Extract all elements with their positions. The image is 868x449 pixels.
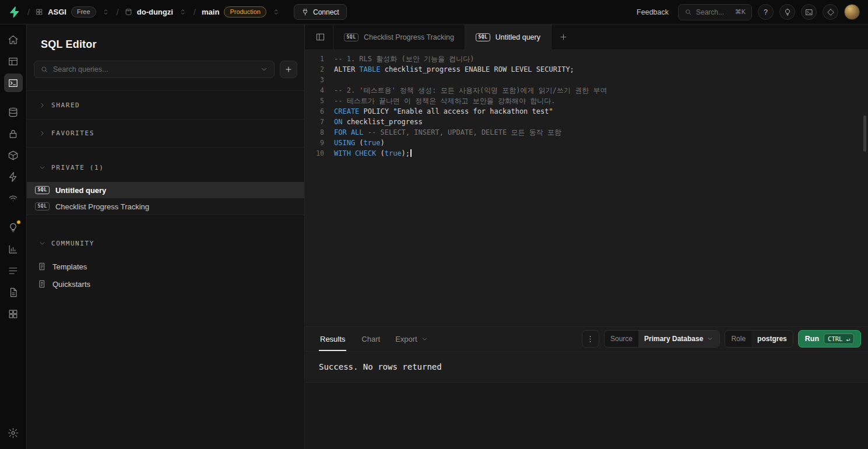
code-area: 1-- 1. RLS 활성화 (보안 기능을 켭니다)2ALTER TABLE … <box>305 54 868 159</box>
role-select[interactable]: postgres <box>751 331 793 347</box>
hints-button[interactable] <box>779 4 795 20</box>
section-favorites[interactable]: FAVORITES <box>27 119 304 148</box>
feedback-button[interactable]: Feedback <box>633 6 672 19</box>
connect-label: Connect <box>313 8 339 16</box>
tab-results[interactable]: Results <box>319 327 346 351</box>
edge-functions-icon <box>8 171 19 183</box>
editor-tab[interactable]: SQLChecklist Progress Tracking <box>333 24 465 50</box>
search-icon <box>40 65 48 73</box>
user-avatar[interactable] <box>844 4 860 20</box>
editor-tab[interactable]: SQLUntitled query <box>465 24 551 50</box>
breadcrumb-separator: / <box>27 7 30 17</box>
home-logo-button[interactable] <box>8 6 20 18</box>
command-icon <box>827 8 835 16</box>
nav-home-button[interactable] <box>4 30 23 49</box>
project-switcher-button[interactable] <box>178 7 188 17</box>
section-label: PRIVATE (1) <box>51 164 104 171</box>
app-shell: SQL Editor Search queries... SHARED FAVO… <box>0 24 868 449</box>
source-control: Source Primary Database <box>604 330 720 348</box>
section-label: COMMUNITY <box>51 240 94 247</box>
code-line[interactable]: 9USING (true) <box>305 138 868 148</box>
code-line[interactable]: 1-- 1. RLS 활성화 (보안 기능을 켭니다) <box>305 54 868 64</box>
sql-editor-sidebar: SQL Editor Search queries... SHARED FAVO… <box>27 24 305 449</box>
command-menu-button[interactable] <box>823 4 838 20</box>
nav-rail <box>0 24 27 449</box>
nav-database-button[interactable] <box>4 103 23 121</box>
collapse-sidebar-button[interactable] <box>310 29 331 46</box>
code-line[interactable]: 10WITH CHECK (true); <box>305 148 868 159</box>
export-menu[interactable]: Export <box>395 327 428 351</box>
connect-button[interactable]: Connect <box>294 4 347 20</box>
results-menu-button[interactable] <box>582 330 599 348</box>
cli-button[interactable] <box>801 4 817 20</box>
new-query-button[interactable] <box>280 61 297 78</box>
search-icon <box>684 8 692 16</box>
run-shortcut-badge: CTRL ↵ <box>824 334 854 344</box>
query-search-input[interactable]: Search queries... <box>34 61 275 78</box>
tab-chart[interactable]: Chart <box>360 327 381 351</box>
line-number: 10 <box>305 148 334 159</box>
nav-logs-button[interactable] <box>4 261 23 280</box>
code-editor[interactable]: 1-- 1. RLS 활성화 (보안 기능을 켭니다)2ALTER TABLE … <box>305 50 868 326</box>
search-sort-icon[interactable] <box>260 65 268 73</box>
code-line[interactable]: 3 <box>305 75 868 85</box>
breadcrumb-branch[interactable]: main Production <box>202 6 266 18</box>
community-item[interactable]: Quickstarts <box>27 275 304 293</box>
code-line[interactable]: 6CREATE POLICY "Enable all access for ha… <box>305 106 868 117</box>
page-title: SQL Editor <box>27 24 304 51</box>
sql-file-badge: SQL <box>35 202 50 211</box>
section-shared[interactable]: SHARED <box>27 90 304 119</box>
nav-advisors-button[interactable] <box>4 218 23 237</box>
query-list-item[interactable]: SQLChecklist Progress Tracking <box>27 198 304 215</box>
code-line[interactable]: 4-- 2. '테스트용' 정책 생성: 모든 사용자(익명 포함)에게 읽기/… <box>305 85 868 96</box>
editor-tabbar: SQLChecklist Progress TrackingSQLUntitle… <box>305 24 868 50</box>
section-community[interactable]: COMMUNITY <box>27 229 304 258</box>
nav-reports-button[interactable] <box>4 240 23 258</box>
org-switcher-button[interactable] <box>101 7 111 17</box>
source-label: Source <box>605 331 638 347</box>
search-shortcut: ⌘K <box>735 8 746 16</box>
line-number: 7 <box>305 117 334 127</box>
sql-editor-icon <box>8 78 19 89</box>
global-search-input[interactable]: Search... ⌘K <box>678 4 752 20</box>
run-query-button[interactable]: Run CTRL ↵ <box>798 330 861 348</box>
nav-integrations-button[interactable] <box>4 304 23 323</box>
editor-scrollbar[interactable] <box>863 115 866 152</box>
branch-switcher-button[interactable] <box>271 7 281 17</box>
help-button[interactable]: ? <box>758 4 774 20</box>
nav-table-editor-button[interactable] <box>4 52 23 71</box>
project-name: do-dungzi <box>137 8 173 16</box>
code-line[interactable]: 2ALTER TABLE checklist_progress ENABLE R… <box>305 64 868 75</box>
topbar-actions: Feedback Search... ⌘K ? <box>633 4 860 20</box>
document-icon <box>37 279 47 289</box>
database-select[interactable]: Primary Database <box>638 331 719 347</box>
code-line[interactable]: 8FOR ALL -- SELECT, INSERT, UPDATE, DELE… <box>305 127 868 138</box>
section-private[interactable]: PRIVATE (1) <box>27 153 304 182</box>
nav-storage-button[interactable] <box>4 146 23 164</box>
line-number: 5 <box>305 96 334 106</box>
new-tab-button[interactable] <box>551 24 576 50</box>
breadcrumb-separator: / <box>194 7 196 17</box>
nav-rail-bottom <box>4 423 23 442</box>
results-message: Success. No rows returned <box>305 352 868 383</box>
terminal-icon <box>805 8 813 16</box>
chevron-up-down-icon <box>272 8 280 16</box>
breadcrumb-project[interactable]: do-dungzi <box>125 8 173 16</box>
line-number: 9 <box>305 138 334 148</box>
code-line[interactable]: 7ON checklist_progress <box>305 117 868 127</box>
nav-api-docs-button[interactable] <box>4 283 23 301</box>
nav-auth-button[interactable] <box>4 124 23 143</box>
breadcrumb-org[interactable]: ASGI Free <box>36 6 96 18</box>
community-item[interactable]: Templates <box>27 258 304 275</box>
code-line[interactable]: 5-- 테스트가 끝나면 이 정책은 삭제하고 보안을 강화해야 합니다. <box>305 96 868 106</box>
query-list-item[interactable]: SQLUntitled query <box>27 182 304 198</box>
nav-edge-functions-button[interactable] <box>4 167 23 186</box>
results-toolbar: Results Chart Export Source Primary Data… <box>305 327 868 352</box>
nav-settings-button[interactable] <box>4 423 23 442</box>
role-value: postgres <box>757 335 787 343</box>
panel-left-icon <box>315 32 325 42</box>
plus-icon <box>284 65 293 73</box>
nav-sql-editor-button[interactable] <box>4 73 23 92</box>
nav-realtime-button[interactable] <box>4 189 23 208</box>
line-number: 3 <box>305 75 334 85</box>
